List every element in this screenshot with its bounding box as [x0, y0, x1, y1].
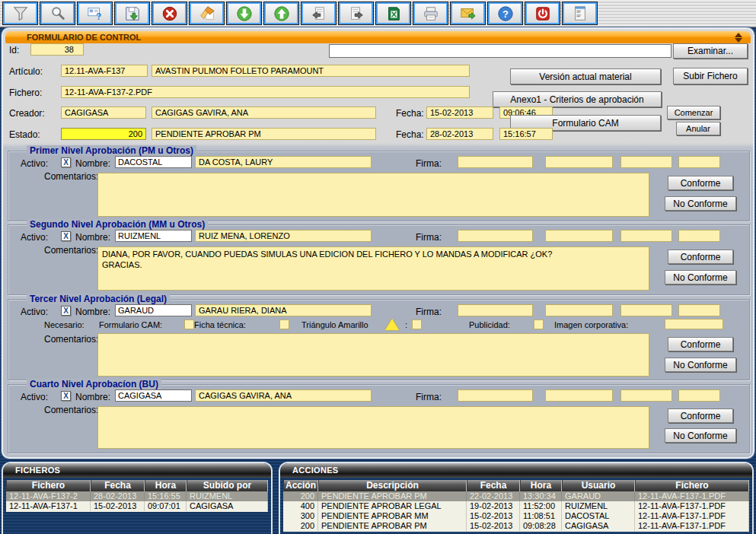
app-window: { "header": { "title": "FORMULARIO DE CO…	[0, 0, 756, 534]
search-button[interactable]	[40, 2, 75, 25]
creador-label: Creador:	[9, 108, 45, 119]
firma-field-3[interactable]	[620, 156, 672, 168]
estado-fecha-field[interactable]: 28-02-2013	[426, 128, 493, 140]
articulo-code-field[interactable]: 12.11-AVA-F137	[61, 65, 148, 77]
nombre-code-input[interactable]	[115, 304, 192, 316]
examinar-button[interactable]: Examinar...	[673, 43, 748, 59]
formulario-cam-checkbox[interactable]	[184, 319, 194, 329]
firma-field-1[interactable]	[458, 304, 533, 316]
conforme-button[interactable]: Conforme	[668, 176, 733, 190]
table-row[interactable]: 200 PENDIENTE APROBAR PM 15-02-2013 09:0…	[283, 521, 749, 531]
cancel-button[interactable]	[152, 2, 187, 25]
table-row[interactable]: 200 PENDIENTE APROBAR PM 22-02-2013 13:3…	[283, 491, 749, 501]
anexo1-button[interactable]: Anexo1 - Criterios de aprobación	[493, 91, 662, 107]
comentarios-box[interactable]	[97, 333, 649, 377]
creador-nombre-field[interactable]: CAGIGAS GAVIRA, ANA	[152, 106, 376, 119]
no-conforme-button[interactable]: No Conforme	[665, 270, 736, 284]
table-row[interactable]: 12-11-AVA-F137-2 28-02-2013 15:16:55 RUI…	[6, 491, 268, 501]
query-form-button[interactable]: ?	[77, 2, 113, 25]
firma-field-4[interactable]	[678, 304, 720, 316]
estado-code-field[interactable]: 200	[61, 128, 146, 140]
firma-label: Firma:	[416, 392, 442, 402]
cell-fecha: 19-02-2013	[467, 501, 520, 511]
nombre-full-field[interactable]: RUIZ MENA, LORENZO	[195, 230, 372, 242]
approval-section-cuarto-nivel: Cuarto Nivel Aprobacíon (BU) Activo: X N…	[8, 384, 750, 453]
firma-field-2[interactable]	[545, 230, 613, 242]
version-actual-button[interactable]: Versión actual material	[510, 68, 661, 84]
activo-checkbox[interactable]: X	[61, 157, 71, 167]
nombre-full-field[interactable]: GARAU RIERA, DIANA	[195, 304, 372, 316]
firma-field-4[interactable]	[678, 389, 720, 402]
creador-code-field[interactable]: CAGIGASA	[61, 106, 146, 119]
fichero-field[interactable]: 12-11-AVA-F137-2.PDF	[61, 86, 470, 98]
table-row[interactable]: 300 PENDIENTE APROBAR MM 15-02-2013 11:0…	[283, 511, 749, 521]
move-up-button[interactable]	[263, 2, 299, 25]
nombre-label: Nombre:	[75, 307, 110, 317]
table-row[interactable]: 400 PENDIENTE APROBAR LEGAL 19-02-2013 1…	[283, 501, 749, 511]
save-icon	[124, 5, 141, 22]
firma-field-4[interactable]	[678, 156, 720, 168]
send-email-button[interactable]	[450, 2, 486, 25]
export-excel-button[interactable]	[375, 2, 411, 25]
nombre-code-input[interactable]	[115, 389, 192, 402]
subir-fichero-button[interactable]: Subir Fichero	[673, 68, 748, 84]
firma-field-2[interactable]	[545, 156, 613, 168]
articulo-desc-field[interactable]: AVASTIN PULMON FOLLETO PARAMOUNT	[152, 65, 470, 77]
triangulo-checkbox[interactable]	[412, 319, 422, 329]
nombre-code-input[interactable]	[115, 156, 192, 168]
comenzar-button[interactable]: Comenzar	[667, 106, 720, 119]
cell-accion: 200	[283, 521, 318, 531]
creador-fecha-field[interactable]: 15-02-2013	[426, 106, 493, 119]
publicidad-checkbox[interactable]	[534, 319, 544, 329]
help-button[interactable]: ?	[487, 2, 523, 25]
anular-button[interactable]: Anular	[676, 122, 720, 135]
firma-field-2[interactable]	[545, 304, 613, 316]
exit-button[interactable]	[525, 2, 560, 25]
nombre-full-field[interactable]: DA COSTA, LAURY	[195, 156, 372, 168]
comentarios-box[interactable]	[97, 406, 649, 449]
comentarios-box[interactable]	[97, 173, 649, 217]
save-button[interactable]	[114, 2, 150, 25]
firma-field-3[interactable]	[620, 389, 672, 402]
firma-field-2[interactable]	[545, 389, 613, 402]
nombre-code-input[interactable]	[115, 230, 192, 242]
clean-button[interactable]	[189, 2, 225, 25]
approval-section-segundo-nivel: Segundo Nivel Aprobación (MM u Otros) Ac…	[8, 224, 750, 295]
cell-hora: 11:52:00	[520, 501, 562, 511]
comentarios-box[interactable]: DIANA, POR FAVOR, CUANDO PUEDAS SIMULAS …	[97, 246, 649, 291]
cell-descripcion: PENDIENTE APROBAR PM	[318, 521, 467, 531]
nombre-label: Nombre:	[75, 158, 110, 169]
filter-button[interactable]	[2, 2, 38, 25]
no-conforme-button[interactable]: No Conforme	[665, 428, 736, 443]
firma-field-1[interactable]	[458, 230, 533, 242]
firma-field-1[interactable]	[458, 156, 533, 168]
activo-checkbox[interactable]: X	[61, 231, 71, 241]
no-conforme-button[interactable]: No Conforme	[665, 358, 736, 372]
menu-button[interactable]	[562, 2, 598, 25]
comentarios-label: Comentarios:	[44, 245, 98, 256]
print-button[interactable]	[413, 2, 448, 25]
conforme-button[interactable]: Conforme	[668, 337, 733, 351]
firma-field-4[interactable]	[678, 230, 720, 242]
move-down-button[interactable]	[226, 2, 262, 25]
conforme-button[interactable]: Conforme	[668, 408, 733, 423]
estado-hora-field[interactable]: 15:16:57	[499, 128, 553, 140]
comentarios-label: Comentarios:	[44, 171, 98, 182]
id-field[interactable]: 38	[30, 43, 84, 56]
firma-field-1[interactable]	[458, 389, 533, 402]
no-conforme-button[interactable]: No Conforme	[665, 196, 736, 211]
ficha-tecnica-checkbox[interactable]	[279, 319, 289, 329]
imagen-corporativa-field[interactable]	[665, 319, 723, 329]
next-record-button[interactable]	[338, 2, 374, 25]
conforme-button[interactable]: Conforme	[668, 250, 733, 264]
activo-checkbox[interactable]: X	[61, 391, 71, 401]
upload-path-input[interactable]	[329, 44, 671, 58]
firma-field-3[interactable]	[620, 304, 672, 316]
previous-record-button[interactable]	[301, 2, 337, 25]
activo-checkbox[interactable]: X	[61, 306, 71, 316]
estado-desc-field[interactable]: PENDIENTE APROBAR PM	[152, 128, 376, 140]
table-row[interactable]: 12-11-AVA-F137-1 15-02-2013 09:07:01 CAG…	[6, 501, 268, 511]
nombre-full-field[interactable]: CAGIGAS GAVIRA, ANA	[195, 389, 372, 402]
firma-field-3[interactable]	[620, 230, 672, 242]
collapse-icon[interactable]	[735, 32, 743, 43]
